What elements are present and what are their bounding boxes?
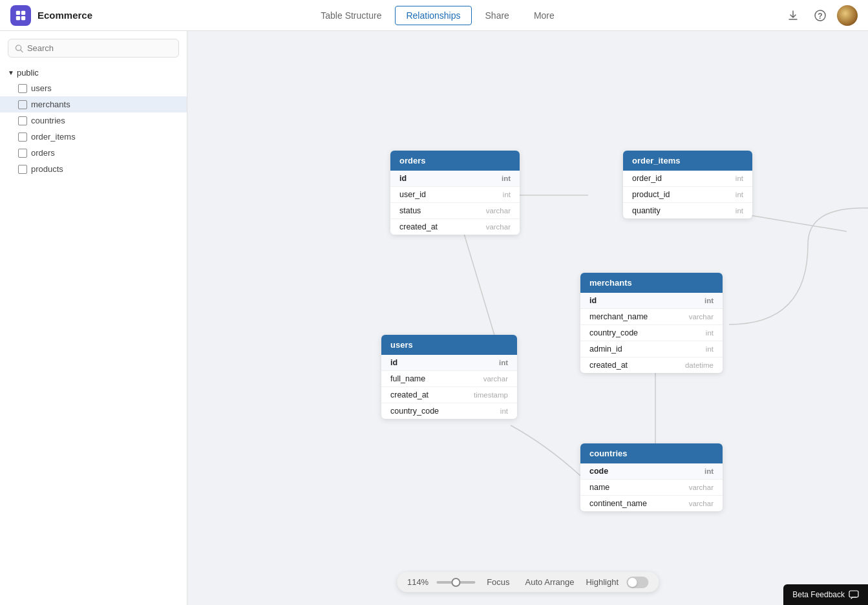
table-users-row-country-code: country_code int bbox=[381, 403, 517, 419]
sidebar: ▼ public users merchants countries order… bbox=[0, 31, 187, 605]
zoom-thumb[interactable] bbox=[451, 578, 460, 587]
topnav: Ecommerce Table Structure Relationships … bbox=[0, 0, 868, 31]
tab-relationships[interactable]: Relationships bbox=[395, 6, 471, 25]
sidebar-item-order-items[interactable]: order_items bbox=[0, 129, 187, 145]
table-countries-row-code: code int bbox=[580, 463, 723, 480]
tab-more[interactable]: More bbox=[523, 6, 566, 25]
zoom-slider[interactable] bbox=[436, 581, 475, 584]
highlight-toggle[interactable] bbox=[626, 577, 648, 588]
tab-table-structure[interactable]: Table Structure bbox=[310, 6, 392, 25]
sidebar-item-merchants[interactable]: merchants bbox=[0, 96, 187, 112]
sidebar-item-products[interactable]: products bbox=[0, 161, 187, 177]
table-users-row-created-at: created_at timestamp bbox=[381, 387, 517, 403]
table-orders-row-user-id: user_id int bbox=[390, 187, 520, 203]
table-orders-row-id: id int bbox=[390, 171, 520, 187]
table-order-items[interactable]: order_items order_id int product_id int … bbox=[623, 151, 752, 218]
toggle-thumb bbox=[628, 578, 637, 587]
sidebar-tree: ▼ public users merchants countries order… bbox=[0, 65, 187, 177]
download-icon[interactable] bbox=[783, 5, 803, 26]
sidebar-root-label: public bbox=[17, 68, 39, 78]
search-box[interactable] bbox=[8, 39, 179, 58]
svg-rect-2 bbox=[16, 16, 20, 19]
table-merchants-row-country-code: country_code int bbox=[580, 325, 723, 341]
nav-tabs: Table Structure Relationships Share More bbox=[310, 6, 566, 25]
highlight-label: Highlight bbox=[586, 577, 619, 587]
svg-text:?: ? bbox=[818, 12, 822, 21]
table-orders-row-created-at: created_at varchar bbox=[390, 219, 520, 235]
app-name: Ecommerce bbox=[37, 10, 92, 21]
table-countries-header: countries bbox=[580, 443, 723, 463]
beta-feedback-label: Beta Feedback bbox=[792, 590, 845, 599]
svg-rect-1 bbox=[21, 10, 25, 14]
bottom-bar: 114% Focus Auto Arrange Highlight bbox=[397, 572, 659, 592]
table-order-items-row-product-id: product_id int bbox=[623, 187, 752, 203]
table-users-row-full-name: full_name varchar bbox=[381, 371, 517, 387]
sidebar-item-orders-label: orders bbox=[31, 148, 55, 158]
table-countries-row-continent: continent_name varchar bbox=[580, 496, 723, 511]
focus-button[interactable]: Focus bbox=[483, 576, 513, 588]
avatar[interactable] bbox=[837, 5, 858, 26]
canvas[interactable]: orders id int user_id int status varchar… bbox=[187, 31, 868, 605]
sidebar-item-countries[interactable]: countries bbox=[0, 112, 187, 129]
table-merchants[interactable]: merchants id int merchant_name varchar c… bbox=[580, 273, 723, 373]
sidebar-root-public[interactable]: ▼ public bbox=[0, 65, 187, 80]
table-icon-countries bbox=[18, 116, 27, 125]
table-countries[interactable]: countries code int name varchar continen… bbox=[580, 443, 723, 511]
table-orders-row-status: status varchar bbox=[390, 203, 520, 219]
table-merchants-row-created-at: created_at datetime bbox=[580, 357, 723, 373]
table-order-items-row-order-id: order_id int bbox=[623, 171, 752, 187]
sidebar-item-users[interactable]: users bbox=[0, 80, 187, 96]
table-icon-merchants bbox=[18, 100, 27, 109]
table-orders-header: orders bbox=[390, 151, 520, 171]
zoom-level: 114% bbox=[407, 577, 429, 587]
sidebar-item-products-label: products bbox=[31, 164, 63, 174]
table-icon-orders bbox=[18, 149, 27, 158]
table-merchants-row-name: merchant_name varchar bbox=[580, 309, 723, 325]
table-users[interactable]: users id int full_name varchar created_a… bbox=[381, 335, 517, 419]
table-users-header: users bbox=[381, 335, 517, 355]
app-icon bbox=[10, 5, 31, 26]
beta-feedback-button[interactable]: Beta Feedback bbox=[783, 584, 868, 605]
table-icon-users bbox=[18, 84, 27, 93]
table-order-items-header: order_items bbox=[623, 151, 752, 171]
connector-svg bbox=[187, 31, 868, 605]
sidebar-item-countries-label: countries bbox=[31, 116, 65, 125]
table-orders[interactable]: orders id int user_id int status varchar… bbox=[390, 151, 520, 235]
sidebar-item-merchants-label: merchants bbox=[31, 100, 70, 109]
table-merchants-row-admin-id: admin_id int bbox=[580, 341, 723, 357]
tree-arrow: ▼ bbox=[8, 69, 14, 76]
sidebar-item-order-items-label: order_items bbox=[31, 132, 76, 142]
table-icon-order-items bbox=[18, 133, 27, 142]
svg-rect-3 bbox=[21, 16, 25, 19]
table-order-items-row-quantity: quantity int bbox=[623, 203, 752, 218]
layout: ▼ public users merchants countries order… bbox=[0, 31, 868, 605]
auto-arrange-button[interactable]: Auto Arrange bbox=[522, 576, 578, 588]
tab-share[interactable]: Share bbox=[474, 6, 520, 25]
table-merchants-row-id: id int bbox=[580, 293, 723, 309]
feedback-icon bbox=[849, 589, 859, 600]
sidebar-item-users-label: users bbox=[31, 83, 52, 93]
sidebar-item-orders[interactable]: orders bbox=[0, 145, 187, 161]
nav-right: ? bbox=[783, 5, 858, 26]
table-merchants-header: merchants bbox=[580, 273, 723, 293]
help-icon[interactable]: ? bbox=[810, 5, 831, 26]
table-users-row-id: id int bbox=[381, 355, 517, 371]
table-icon-products bbox=[18, 165, 27, 174]
svg-line-7 bbox=[21, 50, 23, 52]
search-icon bbox=[15, 44, 23, 53]
svg-rect-0 bbox=[16, 10, 20, 14]
table-countries-row-name: name varchar bbox=[580, 480, 723, 496]
search-input[interactable] bbox=[27, 43, 172, 53]
svg-rect-12 bbox=[849, 591, 858, 597]
